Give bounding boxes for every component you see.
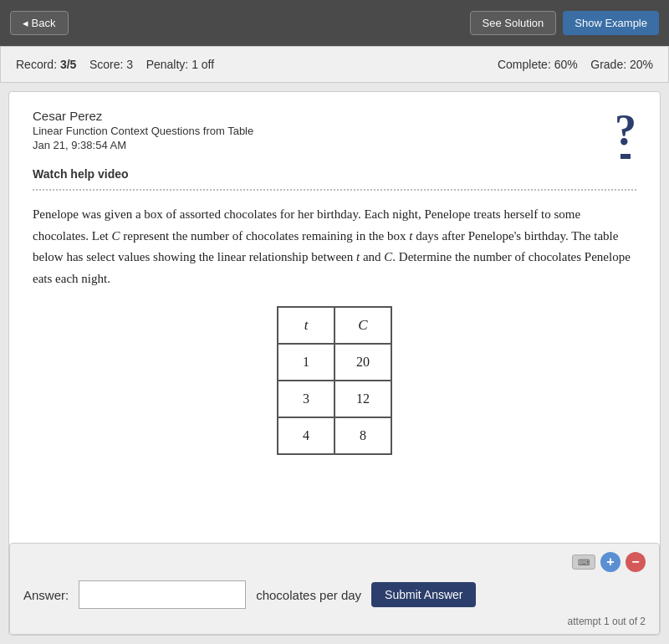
section-divider xyxy=(33,189,636,191)
watch-help-link[interactable]: Watch help video xyxy=(33,167,636,181)
table-header-c: C xyxy=(334,307,391,344)
table-row: 3 12 xyxy=(278,381,391,417)
score-label: Score: xyxy=(89,58,123,71)
grade-value: 20% xyxy=(630,58,653,71)
student-name: Cesar Perez xyxy=(33,109,253,123)
record-info: Record: 3/5 Score: 3 Penalty: 1 off xyxy=(16,58,214,71)
answer-input[interactable] xyxy=(79,580,246,609)
student-info: Cesar Perez Linear Function Context Ques… xyxy=(33,109,253,151)
table-cell-t1: 1 xyxy=(278,344,334,381)
top-bar-actions: See Solution Show Example xyxy=(470,11,659,35)
increase-button[interactable]: + xyxy=(600,552,620,572)
score-val: 3 xyxy=(126,58,133,71)
card-header: Cesar Perez Linear Function Context Ques… xyxy=(33,109,636,159)
decrease-button[interactable]: − xyxy=(626,552,646,572)
answer-toolbar: ⌨ + − xyxy=(23,552,646,572)
answer-label: Answer: xyxy=(23,588,69,602)
topic-name: Linear Function Context Questions from T… xyxy=(33,125,253,137)
data-table-container: t C 1 20 3 12 4 8 xyxy=(33,306,636,455)
record-value: 3/5 xyxy=(60,58,76,71)
submit-answer-button[interactable]: Submit Answer xyxy=(371,582,476,607)
data-table: t C 1 20 3 12 4 8 xyxy=(277,306,392,455)
table-row: 1 20 xyxy=(278,344,391,381)
table-row: 4 8 xyxy=(278,417,391,454)
table-cell-c2: 12 xyxy=(334,381,391,417)
see-solution-button[interactable]: See Solution xyxy=(470,11,557,35)
content-card: Cesar Perez Linear Function Context Ques… xyxy=(8,91,661,636)
table-cell-c3: 8 xyxy=(334,417,391,454)
record-label: Record: xyxy=(16,58,57,71)
record-left: Record: 3/5 Score: 3 Penalty: 1 off xyxy=(16,58,214,71)
penalty-val: 1 off xyxy=(192,58,214,71)
attempt-text: attempt 1 out of 2 xyxy=(23,616,646,627)
question-mark-icon: ? xyxy=(615,109,636,159)
main-content: Cesar Perez Linear Function Context Ques… xyxy=(0,83,669,644)
complete-label: Complete: xyxy=(498,58,551,71)
record-right: Complete: 60% Grade: 20% xyxy=(498,58,653,71)
answer-row: Answer: chocolates per day Submit Answer xyxy=(23,580,646,609)
show-example-button[interactable]: Show Example xyxy=(563,11,659,35)
answer-unit: chocolates per day xyxy=(256,588,361,602)
table-header-t: t xyxy=(278,307,334,344)
table-cell-c1: 20 xyxy=(334,344,391,381)
record-bar: Record: 3/5 Score: 3 Penalty: 1 off Comp… xyxy=(0,46,669,83)
complete-value: 60% xyxy=(554,58,578,71)
top-bar: ◂ Back See Solution Show Example xyxy=(0,0,669,46)
table-cell-t2: 3 xyxy=(278,381,334,417)
back-button[interactable]: ◂ Back xyxy=(10,11,69,35)
question-mark-base xyxy=(620,154,631,159)
date-time: Jan 21, 9:38:54 AM xyxy=(33,139,253,151)
grade-label: Grade: xyxy=(590,58,626,71)
keyboard-icon[interactable]: ⌨ xyxy=(572,555,595,570)
answer-area: ⌨ + − Answer: chocolates per day Submit … xyxy=(9,543,660,635)
penalty-label: Penalty: xyxy=(146,58,189,71)
table-cell-t3: 4 xyxy=(278,417,334,454)
problem-text: Penelope was given a box of assorted cho… xyxy=(33,204,636,289)
